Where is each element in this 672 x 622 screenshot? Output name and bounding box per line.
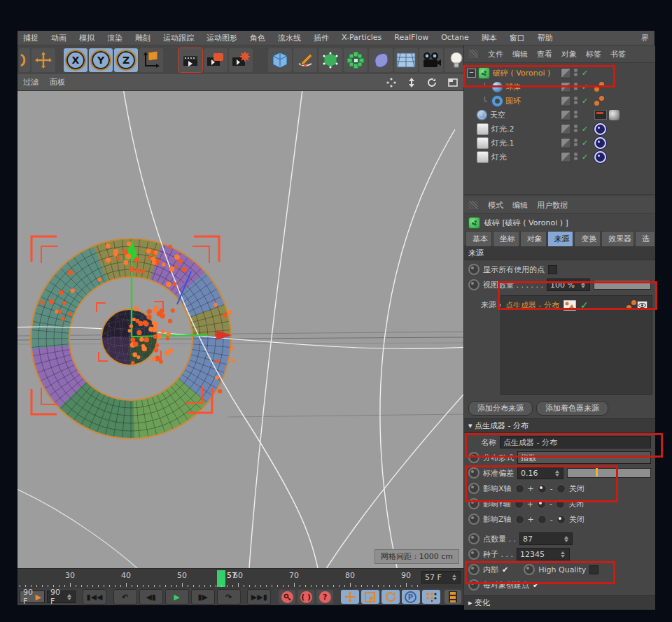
axis-plus-radio[interactable] [514, 500, 524, 509]
enabled-check-icon[interactable]: ✓ [582, 83, 588, 92]
menu-item-帮助[interactable]: 帮助 [538, 33, 553, 43]
param-circle-icon[interactable] [468, 579, 479, 591]
layer-toggle-icon[interactable] [561, 96, 571, 106]
key-rotation-button[interactable] [382, 590, 400, 604]
key-parameter-button[interactable]: P [402, 590, 420, 604]
key-position-button[interactable] [341, 590, 359, 604]
lock-z-axis-button[interactable]: Z [114, 48, 138, 72]
axis-minus-radio[interactable] [538, 484, 547, 493]
param-circle-icon[interactable] [468, 483, 479, 494]
autokey-button[interactable]: ( ) [298, 590, 314, 604]
add-distribution-source-button[interactable]: 添加分布来源 [468, 401, 533, 416]
visibility-dots-icon[interactable] [574, 152, 578, 162]
object-row-圆环[interactable]: └圆环✓ [464, 94, 672, 108]
menu-item-插件[interactable]: 插件 [314, 33, 329, 43]
layer-toggle-icon[interactable] [561, 68, 571, 78]
camera-button[interactable] [419, 48, 443, 72]
tab-来源[interactable]: 来源 [547, 231, 574, 246]
viewport-canvas[interactable]: 网格间距 : 1000 cm [18, 91, 463, 568]
section-variation[interactable]: ▸ 变化 [464, 595, 655, 610]
axis-off-radio[interactable] [556, 515, 566, 524]
layer-toggle-icon[interactable] [561, 152, 571, 162]
viewport-menu-面板[interactable]: 面板 [50, 77, 65, 87]
per-object-checkbox[interactable]: ✔ [533, 581, 539, 590]
axis-plus-radio[interactable] [515, 484, 524, 493]
menu-item-Octane[interactable]: Octane [441, 33, 469, 43]
goto-start-button[interactable]: ▮◀◀ [83, 589, 106, 605]
timeline-film-button[interactable] [444, 590, 461, 604]
enabled-check-icon[interactable]: ✓ [582, 153, 588, 162]
rotate-tool-icon[interactable] [19, 48, 30, 72]
param-circle-icon[interactable] [468, 514, 479, 525]
distribution-dropdown[interactable]: 指数 [517, 451, 651, 464]
object-row-灯光.1[interactable]: 灯光.1✓ [464, 136, 658, 150]
next-key-button[interactable]: ↷ [217, 589, 241, 605]
enabled-check-icon[interactable]: ✓ [582, 97, 588, 106]
goto-end-button[interactable]: ▶▶▮ [247, 589, 271, 605]
matrix-tag-icon[interactable] [626, 300, 636, 310]
visibility-dots-icon[interactable] [574, 138, 578, 148]
menu-item-运动跟踪[interactable]: 运动跟踪 [163, 33, 194, 43]
viewport-menu-过滤[interactable]: 过滤 [23, 77, 38, 87]
attr-menu-编辑[interactable]: 编辑 [512, 200, 528, 211]
param-circle-icon[interactable] [468, 279, 479, 290]
lock-x-axis-button[interactable]: X [64, 48, 88, 72]
object-name[interactable]: 球体 [505, 82, 521, 92]
object-name[interactable]: 灯光.1 [491, 138, 514, 148]
prev-key-button[interactable]: ↶ [113, 589, 137, 605]
param-circle-icon[interactable] [468, 549, 479, 560]
visibility-dots-icon[interactable] [574, 82, 578, 92]
render-settings-button[interactable] [229, 48, 253, 72]
matrix-tag-icon[interactable] [594, 82, 604, 92]
object-row-破碎 ( Voronoi )[interactable]: −破碎 ( Voronoi )✓ [464, 66, 658, 80]
layer-toggle-icon[interactable] [561, 82, 571, 92]
eye-tag-icon[interactable] [637, 301, 648, 310]
panel-grip-icon[interactable] [468, 201, 478, 209]
primitive-cube-button[interactable] [268, 48, 292, 72]
name-field[interactable]: 点生成器 - 分布 [500, 436, 651, 448]
texture-tag-icon[interactable] [609, 110, 620, 120]
menu-item-运动图形[interactable]: 运动图形 [206, 33, 237, 43]
seed-field[interactable]: 12345 [517, 548, 570, 560]
menu-item-雕刻[interactable]: 雕刻 [135, 33, 150, 43]
menu-item-X-Particles[interactable]: X-Particles [342, 33, 382, 43]
param-circle-icon[interactable] [468, 498, 479, 509]
add-shader-source-button[interactable]: 添加着色器来源 [536, 401, 608, 416]
viewport-rotate-icon[interactable] [427, 78, 437, 87]
key-pla-button[interactable] [422, 590, 440, 604]
floor-environment-button[interactable] [394, 48, 418, 72]
attr-menu-用户数据[interactable]: 用户数据 [537, 200, 568, 211]
om-menu-查看[interactable]: 查看 [537, 49, 552, 59]
enabled-check-icon[interactable]: ✓ [582, 125, 588, 134]
tab-基本[interactable]: 基本 [465, 231, 492, 246]
coordinate-system-button[interactable] [139, 48, 163, 72]
object-name[interactable]: 灯光.2 [491, 124, 514, 134]
viewport-pan-icon[interactable] [386, 78, 396, 87]
next-frame-button[interactable]: ▮▶ [191, 589, 215, 605]
axis-off-radio[interactable] [556, 484, 566, 493]
param-circle-icon[interactable] [468, 533, 479, 544]
stepper-icon[interactable] [66, 591, 73, 602]
stddev-field[interactable]: 0.16 [517, 467, 564, 479]
panel-grip-icon[interactable] [468, 50, 478, 58]
viewport-maximize-icon[interactable] [448, 78, 458, 87]
param-circle-icon[interactable] [468, 564, 479, 575]
keyframe-help-button[interactable]: ? [316, 590, 333, 604]
render-view-button[interactable] [178, 48, 202, 72]
object-row-球体[interactable]: └球体✓ [464, 80, 672, 94]
source-list[interactable]: 点生成器 - 分布 ✓ [500, 295, 652, 395]
tab-变换[interactable]: 变换 [574, 231, 601, 246]
layer-toggle-icon[interactable] [561, 138, 571, 148]
enabled-check-icon[interactable]: ✓ [582, 69, 588, 78]
om-menu-标签[interactable]: 标签 [586, 49, 601, 59]
axis-minus-radio[interactable] [538, 515, 547, 524]
param-circle-icon[interactable] [524, 564, 535, 575]
menu-item-RealFlow[interactable]: RealFlow [394, 33, 428, 43]
menu-item-流水线[interactable]: 流水线 [278, 33, 301, 43]
tab-坐标[interactable]: 坐标 [493, 231, 519, 246]
om-menu-对象[interactable]: 对象 [561, 49, 577, 59]
visibility-dots-icon[interactable] [574, 68, 578, 78]
prev-frame-button[interactable]: ◀▮ [139, 589, 163, 605]
show-all-points-checkbox[interactable] [548, 265, 557, 274]
high-quality-checkbox[interactable] [589, 565, 598, 574]
